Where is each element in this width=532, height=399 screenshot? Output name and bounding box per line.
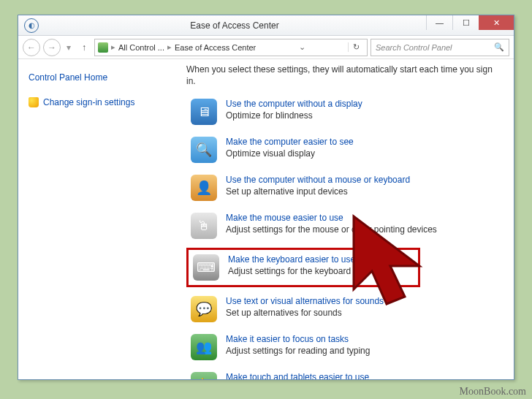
address-dropdown-icon[interactable]: ⌄ [296,42,308,52]
search-placeholder: Search Control Panel [376,43,452,52]
item-mouse-easier[interactable]: 🖱 Make the mouse easier to use Adjust se… [186,210,501,242]
monitor-icon: 🖥 [191,99,217,125]
item-text: Make the computer easier to see Optimize… [226,137,354,159]
item-use-without-display[interactable]: 🖥 Use the computer without a display Opt… [186,96,501,128]
sidebar-label: Change sign-in settings [43,97,134,107]
item-desc: Set up alternatives for sounds [226,308,384,318]
search-input[interactable]: Search Control Panel 🔍 [370,39,509,56]
item-link[interactable]: Use text or visual alternatives for soun… [226,296,384,306]
item-without-mouse-keyboard[interactable]: 👤 Use the computer without a mouse or ke… [186,172,501,204]
nav-toolbar: ← → ▾ ↑ ▸ All Control ... ▸ Ease of Acce… [18,36,514,59]
search-icon[interactable]: 🔍 [494,42,504,52]
recent-dropdown[interactable]: ▾ [64,39,74,56]
window-controls: — ☐ ✕ [426,15,514,35]
content-area: Control Panel Home Change sign-in settin… [18,59,514,379]
chevron-icon[interactable]: ▸ [167,42,172,52]
item-link[interactable]: Make it easier to focus on tasks [226,334,370,344]
main-panel: When you select these settings, they wil… [186,59,514,379]
sidebar-label: Control Panel Home [28,72,107,83]
item-text: Use the computer without a display Optim… [226,99,362,121]
item-desc: Adjust settings for reading and typing [226,346,370,356]
item-text: Make the keyboard easier to use Adjust s… [228,254,355,276]
item-link[interactable]: Make the mouse easier to use [226,213,437,223]
control-panel-home-link[interactable]: Control Panel Home [28,72,176,83]
magnifier-icon: 🔍 [191,137,217,163]
item-focus-tasks[interactable]: 👥 Make it easier to focus on tasks Adjus… [186,331,501,363]
item-text: Make the mouse easier to use Adjust sett… [226,213,437,235]
chevron-icon[interactable]: ▸ [111,42,115,52]
back-button[interactable]: ← [23,39,40,56]
item-desc: Adjust settings for the mouse or other p… [226,224,437,235]
item-link[interactable]: Make the computer easier to see [226,137,354,147]
shield-icon [28,97,39,107]
window-frame: ◐ Ease of Access Center — ☐ ✕ ← → ▾ ↑ ▸ … [18,15,514,380]
intro-text: When you select these settings, they wil… [186,64,501,87]
speech-bubble-icon: 💬 [191,296,217,322]
control-panel-icon [98,42,108,53]
item-link[interactable]: Use the computer without a mouse or keyb… [226,175,410,185]
watermark: MoonBook.com [460,386,526,398]
settings-list: 🖥 Use the computer without a display Opt… [186,96,501,379]
mouse-icon: 🖱 [191,213,217,239]
titlebar[interactable]: ◐ Ease of Access Center — ☐ ✕ [18,15,514,36]
item-link[interactable]: Make the keyboard easier to use [228,254,355,265]
person-icon: 👤 [191,175,217,201]
item-desc: Set up alternative input devices [226,186,410,197]
sidebar: Control Panel Home Change sign-in settin… [18,59,186,379]
item-text: Make it easier to focus on tasks Adjust … [226,334,370,356]
address-bar[interactable]: ▸ All Control ... ▸ Ease of Access Cente… [94,39,368,56]
people-icon: 👥 [191,334,217,360]
change-signin-settings-link[interactable]: Change sign-in settings [28,97,176,107]
item-link[interactable]: Use the computer without a display [226,99,362,109]
item-link[interactable]: Make touch and tablets easier to use [226,372,369,379]
breadcrumb-seg-1[interactable]: All Control ... [118,43,164,52]
item-text: Use the computer without a mouse or keyb… [226,175,410,197]
item-desc: Optimize for blindness [226,110,362,121]
breadcrumb-seg-2[interactable]: Ease of Access Center [175,43,256,52]
close-button[interactable]: ✕ [479,15,514,30]
item-easier-to-see[interactable]: 🔍 Make the computer easier to see Optimi… [186,134,501,166]
item-sound-alternatives[interactable]: 💬 Use text or visual alternatives for so… [186,293,501,325]
item-touch-tablets[interactable]: 👆 Make touch and tablets easier to use A… [186,369,501,379]
app-icon: ◐ [24,18,39,33]
item-desc: Adjust settings for the keyboard [228,266,355,276]
item-keyboard-easier[interactable]: ⌨ Make the keyboard easier to use Adjust… [186,248,420,287]
item-text: Make touch and tablets easier to use Adj… [226,372,369,379]
keyboard-icon: ⌨ [193,254,219,281]
item-desc: Optimize visual display [226,148,354,159]
item-text: Use text or visual alternatives for soun… [226,296,384,318]
minimize-button[interactable]: — [426,15,452,30]
up-button[interactable]: ↑ [77,40,91,55]
hand-tablet-icon: 👆 [191,372,217,379]
window-title: Ease of Access Center [43,20,426,31]
refresh-button[interactable]: ↻ [348,42,364,52]
maximize-button[interactable]: ☐ [452,15,479,30]
forward-button[interactable]: → [43,39,61,56]
